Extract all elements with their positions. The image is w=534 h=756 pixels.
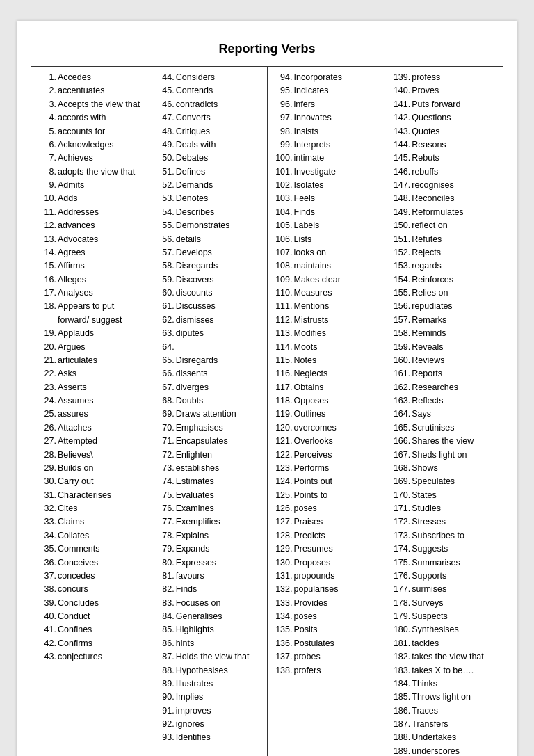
item-word: Reminds [412,327,497,340]
item-number: 61. [155,300,175,313]
item-number: 105. [273,219,293,232]
item-number: 35. [37,542,56,556]
item-word: repudiates [412,300,497,313]
list-item: 35.Comments [37,542,143,556]
item-number: 176. [391,570,410,583]
item-word: Hypothesises [176,664,261,677]
item-number: 165. [391,421,410,435]
item-word: discounts [176,287,261,300]
item-word: Says [412,408,497,421]
item-word: Makes clear [294,273,380,287]
item-number: 7. [37,152,56,165]
item-number: 6. [37,138,56,152]
item-number: 121. [273,435,293,448]
item-word: Insists [294,125,380,138]
list-item: 135.Posits [273,623,380,636]
list-item: 153.regards [391,259,497,273]
item-number: 65. [155,354,175,367]
list-item: 16.Alleges [37,273,143,287]
item-word: popularises [294,583,380,596]
item-word: Notes [294,354,380,367]
list-item: 57.Develops [155,246,261,259]
list-item: 164.Says [391,408,497,421]
item-number: 144. [391,138,410,152]
item-word: Lists [294,233,380,246]
list-item: 100.intimate [273,152,380,165]
item-number: 174. [391,542,410,556]
item-word: Reviews [412,354,497,367]
list-item: 97.Innovates [273,111,380,124]
item-word: contradicts [176,98,261,111]
list-item: 78.Explains [155,529,261,542]
item-word: infers [294,98,380,111]
item-word: Indicates [294,84,380,97]
item-word: Isolates [294,179,380,192]
item-number: 60. [155,287,175,300]
item-word: Attaches [58,421,143,435]
item-word: reflect on [412,219,497,232]
item-number: 161. [391,367,410,380]
item-word: Exemplifies [176,515,261,529]
item-number: 160. [391,354,410,367]
item-word: Reasons [412,138,497,152]
list-item: 29.Builds on [37,462,143,475]
item-word: Expresses [176,556,261,570]
list-item: 149.Reformulates [391,206,497,219]
item-number: 102. [273,179,293,192]
item-number: 117. [273,381,293,394]
item-number: 75. [155,489,175,502]
list-item: 144.Reasons [391,138,497,152]
item-number: 168. [391,462,410,475]
item-word: Asks [58,367,143,380]
list-item: 137.probes [273,650,380,663]
item-word: Postulates [294,637,380,650]
item-number: 12. [37,219,56,232]
item-number: 182. [391,650,410,663]
item-word: maintains [294,259,380,273]
item-word: Remarks [412,314,497,327]
list-item: 114.Moots [273,341,380,354]
item-number: 50. [155,152,175,165]
list-item: 18.Appears to put forward/ suggest [37,300,143,327]
item-word: Collates [58,529,143,542]
item-number: 25. [37,408,56,421]
list-item: 132.popularises [273,583,380,596]
item-number: 122. [273,449,293,462]
item-word: recognises [412,179,497,192]
item-number: 78. [155,529,175,542]
list-item: 134.poses [273,610,380,623]
list-item: 76.Examines [155,502,261,515]
item-word: Shares the view [412,435,497,448]
list-item: 121.Overlooks [273,435,380,448]
item-number: 91. [155,705,175,718]
item-number: 133. [273,597,293,610]
item-number: 107. [273,246,293,259]
item-number: 184. [391,677,410,691]
item-number: 120. [273,421,293,435]
list-item: 65.Disregards [155,354,261,367]
item-word: Perceives [294,449,380,462]
item-number: 5. [37,125,56,138]
list-item: 87.Holds the view that [155,650,261,663]
list-item: 70.Emphasises [155,421,261,435]
item-word: improves [176,705,261,718]
item-number: 39. [37,597,56,610]
item-number: 159. [391,341,410,354]
item-word: Reinforces [412,273,497,287]
item-number: 58. [155,259,175,273]
item-number: 145. [391,152,410,165]
item-number: 87. [155,650,175,663]
item-number: 155. [391,287,410,300]
item-number: 167. [391,449,410,462]
item-number: 132. [273,583,293,596]
item-number: 40. [37,610,56,623]
item-number: 34. [37,529,56,542]
list-item: 88.Hypothesises [155,664,261,677]
item-word: ignores [176,718,261,731]
item-word: Interprets [294,138,380,152]
list-item: 108.maintains [273,259,380,273]
item-number: 11. [37,206,56,219]
item-number: 108. [273,259,293,273]
list-item: 130.Proposes [273,556,380,570]
item-word: Questions [412,111,497,124]
